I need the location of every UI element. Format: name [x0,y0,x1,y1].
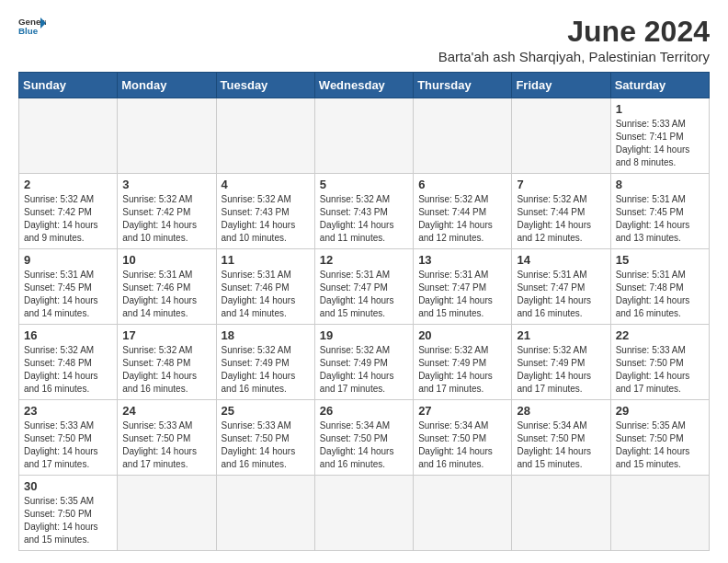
day-number: 3 [122,178,210,191]
calendar-cell: 3Sunrise: 5:32 AMSunset: 7:42 PMDaylight… [118,174,216,249]
calendar-cell [414,476,512,551]
title-block: June 2024 Barta'ah ash Sharqiyah, Palest… [438,15,710,64]
day-info: Sunrise: 5:31 AMSunset: 7:48 PMDaylight:… [616,269,704,320]
day-info: Sunrise: 5:32 AMSunset: 7:44 PMDaylight:… [517,193,605,245]
day-info: Sunrise: 5:31 AMSunset: 7:46 PMDaylight:… [222,269,310,320]
calendar-cell: 24Sunrise: 5:33 AMSunset: 7:50 PMDayligh… [118,400,216,476]
day-number: 4 [222,178,310,191]
day-info: Sunrise: 5:32 AMSunset: 7:43 PMDaylight:… [320,193,408,245]
day-number: 2 [24,178,112,191]
calendar-cell [512,476,610,551]
day-info: Sunrise: 5:32 AMSunset: 7:48 PMDaylight:… [24,344,112,396]
calendar-cell: 29Sunrise: 5:35 AMSunset: 7:50 PMDayligh… [610,400,709,476]
day-number: 24 [122,404,210,418]
calendar-cell [610,476,709,551]
day-number: 28 [517,404,605,418]
day-number: 21 [517,328,605,342]
weekday-header-tuesday: Tuesday [216,73,314,98]
day-number: 1 [616,102,704,116]
calendar-week-row: 1Sunrise: 5:33 AMSunset: 7:41 PMDaylight… [19,98,710,174]
day-number: 13 [418,253,506,267]
svg-text:Blue: Blue [18,26,39,36]
day-number: 5 [320,178,408,191]
calendar-cell: 27Sunrise: 5:34 AMSunset: 7:50 PMDayligh… [414,400,512,476]
calendar-cell: 2Sunrise: 5:32 AMSunset: 7:42 PMDaylight… [19,174,118,249]
day-number: 14 [517,253,605,267]
calendar-cell: 17Sunrise: 5:32 AMSunset: 7:48 PMDayligh… [118,325,216,400]
calendar-cell: 5Sunrise: 5:32 AMSunset: 7:43 PMDaylight… [314,174,413,249]
calendar-cell: 20Sunrise: 5:32 AMSunset: 7:49 PMDayligh… [414,325,512,400]
calendar-cell: 18Sunrise: 5:32 AMSunset: 7:49 PMDayligh… [216,325,314,400]
day-info: Sunrise: 5:33 AMSunset: 7:50 PMDaylight:… [24,419,112,471]
day-info: Sunrise: 5:35 AMSunset: 7:50 PMDaylight:… [24,495,112,546]
calendar-week-row: 9Sunrise: 5:31 AMSunset: 7:45 PMDaylight… [19,249,710,325]
day-info: Sunrise: 5:34 AMSunset: 7:50 PMDaylight:… [320,419,408,471]
location-subtitle: Barta'ah ash Sharqiyah, Palestinian Terr… [438,49,710,64]
calendar-cell: 21Sunrise: 5:32 AMSunset: 7:49 PMDayligh… [512,325,610,400]
day-info: Sunrise: 5:32 AMSunset: 7:42 PMDaylight:… [24,193,112,245]
day-info: Sunrise: 5:32 AMSunset: 7:49 PMDaylight:… [517,344,605,396]
day-info: Sunrise: 5:33 AMSunset: 7:50 PMDaylight:… [222,419,310,471]
day-info: Sunrise: 5:32 AMSunset: 7:43 PMDaylight:… [222,193,310,245]
calendar-cell: 1Sunrise: 5:33 AMSunset: 7:41 PMDaylight… [610,98,709,174]
calendar-cell: 16Sunrise: 5:32 AMSunset: 7:48 PMDayligh… [19,325,118,400]
calendar-cell [314,476,413,551]
day-info: Sunrise: 5:31 AMSunset: 7:47 PMDaylight:… [517,269,605,320]
day-number: 29 [616,404,704,418]
day-number: 23 [24,404,112,418]
day-number: 16 [24,328,112,342]
calendar-cell [118,98,216,174]
calendar-cell: 7Sunrise: 5:32 AMSunset: 7:44 PMDaylight… [512,174,610,249]
calendar-cell: 28Sunrise: 5:34 AMSunset: 7:50 PMDayligh… [512,400,610,476]
calendar-table: SundayMondayTuesdayWednesdayThursdayFrid… [18,72,710,551]
calendar-cell: 6Sunrise: 5:32 AMSunset: 7:44 PMDaylight… [414,174,512,249]
calendar-week-row: 16Sunrise: 5:32 AMSunset: 7:48 PMDayligh… [19,325,710,400]
day-number: 18 [222,328,310,342]
day-number: 8 [616,178,704,191]
calendar-cell: 4Sunrise: 5:32 AMSunset: 7:43 PMDaylight… [216,174,314,249]
day-info: Sunrise: 5:32 AMSunset: 7:48 PMDaylight:… [122,344,210,396]
weekday-header-thursday: Thursday [414,73,512,98]
day-info: Sunrise: 5:34 AMSunset: 7:50 PMDaylight:… [418,419,506,471]
calendar-week-row: 30Sunrise: 5:35 AMSunset: 7:50 PMDayligh… [19,476,710,551]
day-info: Sunrise: 5:31 AMSunset: 7:45 PMDaylight:… [24,269,112,320]
day-info: Sunrise: 5:32 AMSunset: 7:42 PMDaylight:… [122,193,210,245]
logo: General Blue [18,15,46,37]
day-number: 10 [122,253,210,267]
page-header: General Blue June 2024 Barta'ah ash Shar… [18,15,710,64]
day-number: 27 [418,404,506,418]
day-number: 20 [418,328,506,342]
day-info: Sunrise: 5:31 AMSunset: 7:47 PMDaylight:… [418,269,506,320]
day-number: 25 [222,404,310,418]
day-number: 15 [616,253,704,267]
weekday-header-sunday: Sunday [19,73,118,98]
calendar-cell: 11Sunrise: 5:31 AMSunset: 7:46 PMDayligh… [216,249,314,325]
main-title: June 2024 [438,15,710,49]
day-info: Sunrise: 5:32 AMSunset: 7:44 PMDaylight:… [418,193,506,245]
day-number: 6 [418,178,506,191]
day-info: Sunrise: 5:34 AMSunset: 7:50 PMDaylight:… [517,419,605,471]
calendar-cell [216,98,314,174]
day-info: Sunrise: 5:32 AMSunset: 7:49 PMDaylight:… [418,344,506,396]
calendar-cell: 22Sunrise: 5:33 AMSunset: 7:50 PMDayligh… [610,325,709,400]
day-number: 11 [222,253,310,267]
day-number: 17 [122,328,210,342]
calendar-cell: 19Sunrise: 5:32 AMSunset: 7:49 PMDayligh… [314,325,413,400]
day-info: Sunrise: 5:31 AMSunset: 7:47 PMDaylight:… [320,269,408,320]
day-number: 7 [517,178,605,191]
day-number: 12 [320,253,408,267]
weekday-header-wednesday: Wednesday [314,73,413,98]
calendar-week-row: 23Sunrise: 5:33 AMSunset: 7:50 PMDayligh… [19,400,710,476]
day-info: Sunrise: 5:32 AMSunset: 7:49 PMDaylight:… [222,344,310,396]
calendar-cell: 13Sunrise: 5:31 AMSunset: 7:47 PMDayligh… [414,249,512,325]
day-info: Sunrise: 5:33 AMSunset: 7:41 PMDaylight:… [616,118,704,169]
calendar-cell: 8Sunrise: 5:31 AMSunset: 7:45 PMDaylight… [610,174,709,249]
calendar-cell: 9Sunrise: 5:31 AMSunset: 7:45 PMDaylight… [19,249,118,325]
weekday-header-row: SundayMondayTuesdayWednesdayThursdayFrid… [19,73,710,98]
calendar-week-row: 2Sunrise: 5:32 AMSunset: 7:42 PMDaylight… [19,174,710,249]
calendar-cell: 23Sunrise: 5:33 AMSunset: 7:50 PMDayligh… [19,400,118,476]
weekday-header-saturday: Saturday [610,73,709,98]
calendar-cell: 14Sunrise: 5:31 AMSunset: 7:47 PMDayligh… [512,249,610,325]
day-number: 22 [616,328,704,342]
day-info: Sunrise: 5:33 AMSunset: 7:50 PMDaylight:… [122,419,210,471]
